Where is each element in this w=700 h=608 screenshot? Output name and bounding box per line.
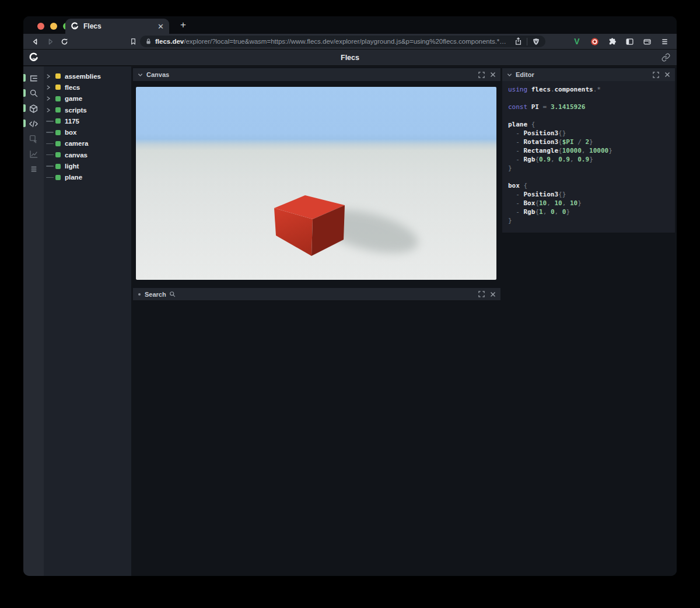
flecs-favicon-icon <box>71 22 79 30</box>
collapse-chevron-icon[interactable] <box>138 72 143 78</box>
code-line <box>508 94 675 103</box>
code-line: - Box{10, 10, 10} <box>508 199 675 208</box>
app-body: assembliesflecsgamescripts1175boxcamerac… <box>23 66 677 576</box>
entity-color-swatch <box>55 152 61 157</box>
expand-chevron-icon[interactable] <box>46 108 55 113</box>
tree-item-label: canvas <box>65 152 88 159</box>
fullscreen-icon[interactable] <box>653 72 659 78</box>
code-line: } <box>508 216 675 225</box>
canvas-panel-title: Canvas <box>146 71 169 78</box>
rail-item-tree[interactable] <box>23 71 44 86</box>
sidebar-toggle-icon[interactable] <box>624 36 635 47</box>
entity-color-swatch <box>55 130 61 135</box>
tree-item-label: assemblies <box>65 73 101 80</box>
entity-color-swatch <box>55 96 61 101</box>
editor-panel-header[interactable]: Editor <box>502 68 675 81</box>
leaf-dash <box>46 143 55 145</box>
collapsed-indicator[interactable] <box>138 293 141 296</box>
close-panel-icon[interactable] <box>490 291 496 297</box>
tree-item-light[interactable]: light <box>44 160 131 171</box>
tree-item-label: game <box>65 95 82 102</box>
rail-item-chart[interactable] <box>23 146 44 161</box>
back-button[interactable] <box>29 36 41 47</box>
editor-panel-title: Editor <box>516 71 534 78</box>
tree-item-flecs[interactable]: flecs <box>44 82 131 93</box>
code-line: - Rgb{1, 0, 0} <box>508 208 675 216</box>
cube-icon <box>29 104 38 114</box>
entity-color-swatch <box>55 107 61 113</box>
tree-item-plane[interactable]: plane <box>44 172 131 183</box>
tree-item-label: camera <box>65 140 88 147</box>
browser-toolbar: flecs.dev /explorer/?local=true&wasm=htt… <box>23 34 677 49</box>
entity-color-swatch <box>55 85 61 90</box>
code-line: - Position3{} <box>508 190 675 199</box>
tab-strip: Flecs ✕ + <box>23 16 677 34</box>
fullscreen-icon[interactable] <box>478 291 485 297</box>
toolbar-separator <box>527 38 527 45</box>
tab-close-icon[interactable]: ✕ <box>158 23 164 30</box>
reload-button[interactable] <box>58 36 70 47</box>
editor-panel: Editor using flecs.components.*const PI … <box>502 68 675 233</box>
tree-item-canvas[interactable]: canvas <box>44 149 131 160</box>
code-line: - Rgb{0.9, 0.9, 0.9} <box>508 155 675 164</box>
tree-item-scripts[interactable]: scripts <box>44 104 131 115</box>
bookmark-icon[interactable] <box>127 36 139 47</box>
search-panel-header[interactable]: Search <box>133 288 501 300</box>
collapse-chevron-icon[interactable] <box>507 72 512 78</box>
canvas-panel-header[interactable]: Canvas <box>133 68 501 81</box>
rail-item-inspect[interactable] <box>23 131 44 146</box>
flecs-explorer-app: Flecs assembliesflecsgamescripts1175boxc… <box>23 49 677 576</box>
expand-chevron-icon[interactable] <box>46 74 55 79</box>
close-window-button[interactable] <box>37 23 44 30</box>
leaf-dash <box>46 121 55 122</box>
minimize-window-button[interactable] <box>50 23 57 30</box>
permalink-icon[interactable] <box>662 53 670 62</box>
vue-devtools-extension-icon[interactable]: V <box>572 36 582 47</box>
leaf-dash <box>46 132 55 133</box>
brave-shield-icon[interactable] <box>532 37 540 46</box>
new-tab-button[interactable]: + <box>176 19 190 31</box>
wallet-icon[interactable] <box>642 36 652 47</box>
rail-item-stack[interactable] <box>23 161 44 177</box>
search-icon <box>169 291 176 297</box>
close-panel-icon[interactable] <box>664 72 670 78</box>
expand-chevron-icon[interactable] <box>46 96 55 101</box>
share-icon[interactable] <box>514 37 522 45</box>
expand-chevron-icon[interactable] <box>46 85 55 90</box>
tree-item-assemblies[interactable]: assemblies <box>44 71 131 82</box>
code-line: - Rotation3{$PI / 2} <box>508 138 675 146</box>
tree-item-game[interactable]: game <box>44 93 131 104</box>
lock-icon[interactable] <box>145 38 152 45</box>
code-icon <box>29 119 38 129</box>
tree-item-1175[interactable]: 1175 <box>44 115 131 126</box>
menu-icon[interactable] <box>659 36 670 47</box>
leaf-dash <box>46 166 55 167</box>
tree-item-camera[interactable]: camera <box>44 138 131 149</box>
tree-item-label: light <box>65 163 79 170</box>
tab-title: Flecs <box>83 22 158 30</box>
code-line: using flecs.components.* <box>508 85 675 94</box>
chart-icon <box>29 149 38 159</box>
tree-item-label: box <box>65 129 76 136</box>
entity-color-swatch <box>55 164 61 169</box>
tree-item-label: plane <box>65 174 82 181</box>
code-area[interactable]: using flecs.components.*const PI = 3.141… <box>502 81 675 233</box>
active-indicator <box>23 120 26 127</box>
extensions-puzzle-icon[interactable] <box>607 36 617 47</box>
entity-tree: assembliesflecsgamescripts1175boxcamerac… <box>44 66 131 576</box>
rail-item-cube[interactable] <box>23 101 44 116</box>
tree-icon <box>29 73 38 83</box>
url-domain: flecs.dev <box>155 38 184 45</box>
app-title: Flecs <box>23 54 677 62</box>
canvas-viewport[interactable] <box>136 87 496 280</box>
active-indicator <box>23 89 26 97</box>
tree-item-box[interactable]: box <box>44 126 131 138</box>
url-bar[interactable]: flecs.dev /explorer/?local=true&wasm=htt… <box>140 36 545 47</box>
browser-tab[interactable]: Flecs ✕ <box>65 19 169 34</box>
rail-item-code[interactable] <box>23 116 44 131</box>
fullscreen-icon[interactable] <box>478 72 485 78</box>
close-panel-icon[interactable] <box>490 72 496 78</box>
rail-item-search[interactable] <box>23 86 44 101</box>
record-extension-icon[interactable] <box>589 36 600 47</box>
forward-button[interactable] <box>44 36 56 47</box>
